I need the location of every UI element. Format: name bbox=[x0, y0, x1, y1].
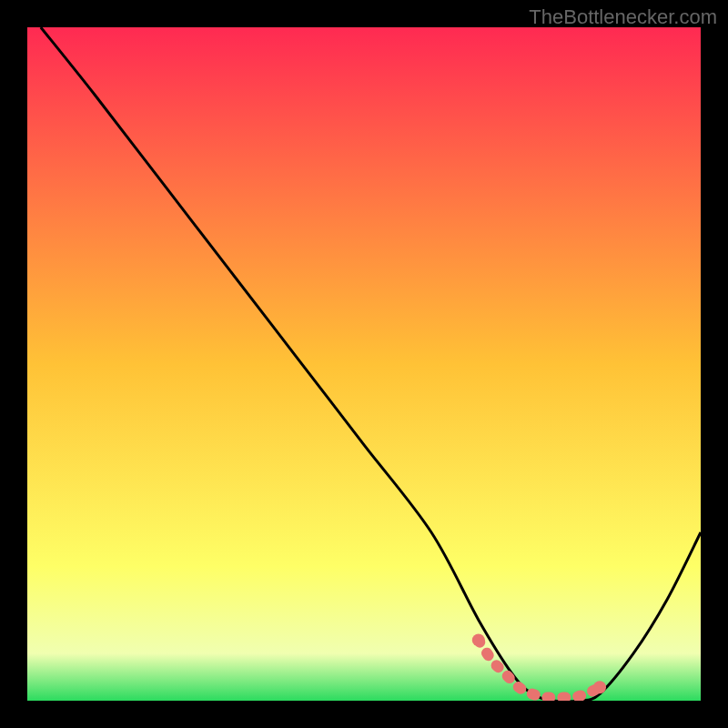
highlight-start-dot bbox=[472, 633, 485, 646]
chart-container: TheBottlenecker.com bbox=[0, 0, 728, 728]
plot-area bbox=[27, 27, 701, 701]
highlight-end-dot bbox=[593, 681, 606, 693]
gradient-background bbox=[27, 27, 701, 701]
chart-svg bbox=[27, 27, 701, 701]
watermark-text: TheBottlenecker.com bbox=[529, 5, 717, 29]
